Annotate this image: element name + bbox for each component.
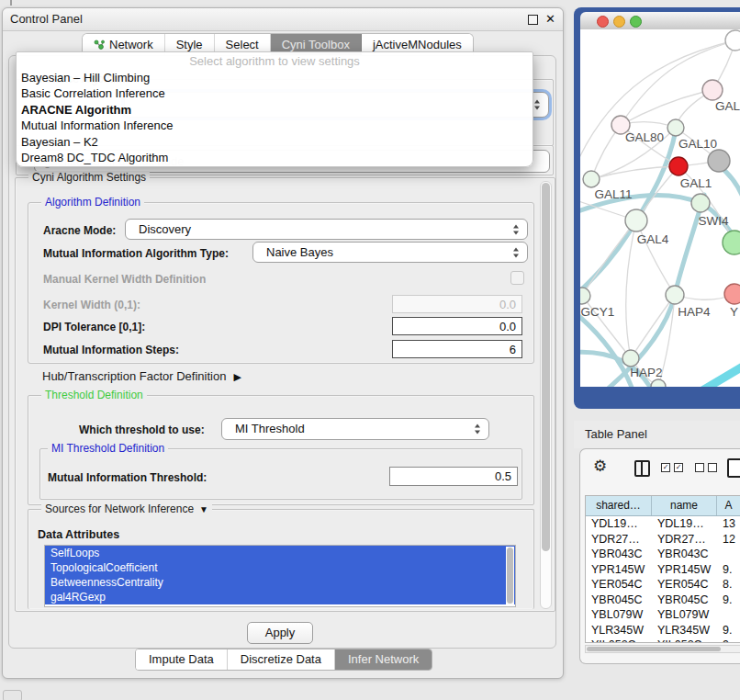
dropdown-item[interactable]: ARACNE Algorithm [17, 102, 533, 118]
attribute-list-scrollbar-thumb[interactable] [507, 548, 513, 604]
gear-icon[interactable]: ⚙ [593, 457, 607, 476]
network-edge[interactable] [698, 364, 740, 387]
network-node-gcy1[interactable] [580, 288, 590, 304]
sources-title-label: Sources for Network Inference [45, 502, 194, 515]
network-node-hap4[interactable] [666, 286, 684, 304]
network-edge[interactable] [580, 310, 633, 387]
network-node-gal11[interactable] [583, 171, 600, 187]
mi-steps-label: Mutual Information Steps: [43, 344, 179, 356]
settings-scrollbar[interactable] [540, 181, 552, 609]
checked-box-icon[interactable]: ✓ [674, 463, 683, 472]
network-edge[interactable] [621, 90, 712, 125]
network-node-y[interactable] [724, 284, 740, 304]
network-node-hap2[interactable] [622, 350, 639, 367]
sources-group: Sources for Network Inference▼ Data Attr… [28, 509, 534, 609]
table-row[interactable]: YBR043CYBR043C [586, 547, 740, 562]
attribute-list-item[interactable]: gal4RGexp [45, 590, 515, 604]
attribute-list-item[interactable]: BetweennessCentrality [45, 575, 515, 590]
manual-kernel-width-checkbox[interactable] [510, 271, 524, 285]
network-window-titlebar[interactable] [580, 12, 740, 30]
table-cell: 9 [717, 638, 740, 643]
network-node-gal[interactable] [702, 80, 723, 100]
mi-threshold-group: MI Threshold Definition Mutual Informati… [39, 448, 522, 500]
network-node-gal10[interactable] [667, 119, 684, 136]
cyni-algorithm-settings-group: Cyni Algorithm Settings Algorithm Defini… [15, 177, 555, 612]
sources-group-title[interactable]: Sources for Network Inference▼ [41, 502, 212, 515]
which-threshold-value: MI Threshold [235, 419, 305, 438]
network-node[interactable] [651, 379, 666, 387]
attribute-list-item[interactable]: TopologicalCoefficient [45, 560, 515, 575]
expand-arrow-icon[interactable]: ▼ [199, 504, 208, 514]
mi-algorithm-type-combo[interactable]: Naive Bayes [252, 242, 528, 263]
table-row[interactable]: YDL19…YDL19…13 [586, 516, 740, 532]
control-panel-titlebar[interactable]: Control Panel ✕ [3, 8, 563, 31]
network-edge[interactable] [626, 220, 636, 358]
column-header-partial[interactable]: A [717, 496, 740, 515]
close-icon[interactable]: ✕ [545, 11, 555, 28]
apply-button[interactable]: Apply [247, 622, 313, 644]
dropdown-item[interactable]: Bayesian – K2 [17, 134, 533, 150]
aracne-mode-combo[interactable]: Discovery [125, 219, 528, 240]
network-canvas[interactable]: GALGAL80GAL10GAL1GAL11SWI4GAL4GCY1HAP4YH… [580, 29, 740, 387]
threshold-definition-title: Threshold Definition [41, 389, 147, 401]
table-row[interactable]: YIL052CYIL052C9 [586, 638, 740, 643]
network-node-swi4[interactable] [691, 194, 710, 212]
float-icon[interactable] [528, 15, 538, 25]
close-traffic-light[interactable] [597, 16, 609, 28]
checked-box-icon[interactable]: ✓ [661, 463, 670, 472]
dropdown-item[interactable]: Bayesian – Hill Climbing [17, 70, 533, 85]
dropdown-item[interactable]: Dream8 DC_TDC Algorithm [17, 150, 533, 165]
network-node-gal1[interactable] [669, 157, 688, 175]
unchecked-box-icon[interactable] [708, 463, 717, 472]
bottom-tabbar: Impute Data Discretize Data Infer Networ… [135, 649, 432, 671]
dropdown-item[interactable]: Basic Correlation Inference [17, 85, 533, 101]
table-cell: YLR345W [652, 623, 717, 638]
mi-steps-field[interactable]: 6 [392, 340, 522, 358]
which-threshold-combo[interactable]: MI Threshold [221, 418, 489, 440]
settings-scrollbar-thumb[interactable] [542, 183, 550, 551]
tab-infer-network[interactable]: Infer Network [335, 649, 432, 670]
network-node[interactable] [708, 150, 730, 172]
hub-definition-toggle[interactable]: Hub/Transcription Factor Definition▶ [42, 369, 241, 383]
mi-algorithm-type-value: Naive Bayes [266, 243, 333, 262]
attribute-list-scrollbar[interactable] [506, 547, 514, 605]
column-header-shared-name[interactable]: shared… [586, 496, 652, 515]
network-node[interactable] [725, 30, 740, 51]
dpi-tolerance-field[interactable]: 0.0 [392, 317, 522, 335]
document-icon[interactable] [727, 458, 740, 478]
table-row[interactable]: YDR27…YDR27…12 [586, 532, 740, 548]
tab-impute-data[interactable]: Impute Data [136, 649, 228, 670]
table-cell: 12 [717, 532, 740, 548]
node-label: GAL [715, 99, 740, 113]
table-row[interactable]: YBR045CYBR045C9. [586, 593, 740, 608]
unchecked-box-icon[interactable] [695, 463, 704, 472]
minimize-traffic-light[interactable] [613, 16, 625, 28]
column-header-name[interactable]: name [652, 496, 717, 515]
table-row[interactable]: YER054CYER054C8. [586, 577, 740, 593]
node-table[interactable]: shared… name A YDL19…YDL19…13YDR27…YDR27… [585, 495, 740, 643]
network-node[interactable] [723, 231, 740, 254]
data-attributes-list[interactable]: SelfLoopsTopologicalCoefficientBetweenne… [44, 545, 516, 607]
attribute-list-item[interactable]: SelfLoops [45, 546, 515, 560]
mi-threshold-field[interactable]: 0.5 [389, 467, 518, 486]
node-label: Y [730, 305, 738, 319]
table-row[interactable]: YLR345WYLR345W9. [586, 623, 740, 638]
mi-threshold-label: Mutual Information Threshold: [48, 471, 207, 484]
tab-infer-network-label: Infer Network [348, 652, 419, 666]
table-header-row: shared… name A [586, 496, 740, 516]
network-node-gal4[interactable] [625, 209, 647, 231]
network-edge[interactable] [631, 295, 675, 358]
kernel-width-field[interactable]: 0.0 [392, 295, 522, 313]
mi-algorithm-type-label: Mutual Information Algorithm Type: [43, 247, 229, 260]
table-cell: YIL052C [652, 638, 717, 643]
collapse-arrow-icon[interactable]: ▶ [233, 371, 241, 383]
table-row[interactable]: YBL079WYBL079W [586, 607, 740, 623]
table-cell: 8. [717, 577, 740, 593]
columns-icon[interactable] [634, 460, 650, 477]
dropdown-item[interactable]: Mutual Information Inference [17, 118, 533, 133]
tab-discretize-data[interactable]: Discretize Data [228, 649, 335, 670]
table-horizontal-scrollbar-thumb[interactable] [587, 647, 721, 651]
zoom-traffic-light[interactable] [630, 16, 642, 28]
table-horizontal-scrollbar[interactable] [585, 645, 740, 653]
table-row[interactable]: YPR145WYPR145W9. [586, 562, 740, 578]
